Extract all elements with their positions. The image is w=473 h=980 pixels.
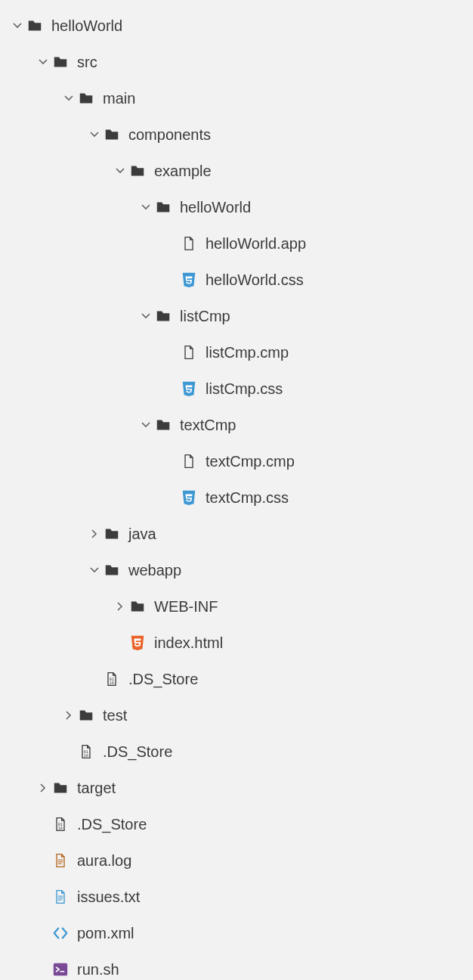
tree-row[interactable]: target (3, 770, 470, 806)
xml-file-icon (51, 924, 70, 942)
tree-item-label: listCmp.cmp (206, 344, 289, 361)
folder-icon (154, 416, 172, 434)
folder-icon (103, 126, 121, 144)
folder-icon (51, 779, 70, 797)
tree-row[interactable]: 0110.DS_Store (3, 806, 470, 842)
tree-item-label: listCmp (180, 308, 230, 325)
tree-item-label: java (128, 526, 156, 543)
tree-item-label: webapp (128, 562, 181, 579)
folder-icon (103, 561, 121, 579)
tree-row[interactable]: textCmp (3, 407, 470, 443)
tree-row[interactable]: textCmp.css (3, 479, 470, 516)
tree-row[interactable]: listCmp.cmp (3, 334, 470, 371)
tree-item-label: src (77, 54, 97, 71)
tree-row[interactable]: pom.xml (3, 915, 470, 951)
chevron-right-icon[interactable] (88, 529, 101, 538)
tree-item-label: .DS_Store (77, 816, 147, 833)
tree-row[interactable]: java (3, 516, 470, 552)
folder-icon (154, 198, 172, 216)
tree-row[interactable]: helloWorld.app (3, 225, 470, 262)
text-file-icon (51, 888, 70, 906)
tree-item-label: textCmp (180, 417, 236, 434)
chevron-down-icon[interactable] (139, 420, 153, 430)
folder-icon (154, 307, 172, 325)
css-file-icon (180, 271, 198, 289)
svg-text:10: 10 (110, 681, 114, 685)
tree-item-label: textCmp.css (206, 489, 289, 507)
html-file-icon (128, 634, 147, 652)
tree-item-label: test (103, 707, 127, 724)
tree-item-label: helloWorld (51, 17, 122, 35)
tree-row[interactable]: 0110.DS_Store (3, 661, 470, 697)
file-icon (180, 234, 198, 253)
tree-row[interactable]: index.html (3, 625, 470, 661)
folder-icon (77, 89, 95, 107)
tree-item-label: textCmp.cmp (206, 453, 295, 470)
tree-row[interactable]: helloWorld (3, 8, 470, 44)
chevron-right-icon[interactable] (62, 711, 76, 720)
tree-row[interactable]: aura.log (3, 842, 470, 879)
chevron-down-icon[interactable] (11, 21, 24, 30)
folder-icon (128, 597, 147, 616)
chevron-down-icon[interactable] (113, 166, 127, 175)
tree-item-label: index.html (154, 634, 223, 652)
tree-row[interactable]: test (3, 697, 470, 733)
tree-row[interactable]: 0110.DS_Store (3, 733, 470, 770)
binary-file-icon: 0110 (51, 815, 70, 833)
folder-icon (26, 17, 44, 35)
tree-item-label: helloWorld (180, 199, 251, 216)
tree-row[interactable]: helloWorld.css (3, 262, 470, 298)
tree-row[interactable]: textCmp.cmp (3, 443, 470, 479)
tree-item-label: WEB-INF (154, 598, 218, 616)
tree-item-label: helloWorld.css (206, 271, 304, 289)
tree-item-label: main (103, 90, 135, 107)
folder-icon (128, 162, 147, 180)
tree-item-label: example (154, 163, 212, 180)
folder-icon (51, 53, 70, 71)
svg-rect-12 (54, 963, 67, 976)
tree-row[interactable]: WEB-INF (3, 588, 470, 625)
tree-row[interactable]: listCmp.css (3, 371, 470, 407)
tree-item-label: components (128, 126, 211, 144)
file-icon (180, 343, 198, 361)
chevron-down-icon[interactable] (88, 566, 101, 575)
svg-text:10: 10 (84, 753, 88, 758)
tree-row[interactable]: helloWorld (3, 189, 470, 225)
tree-row[interactable]: issues.txt (3, 879, 470, 915)
log-file-icon (51, 851, 70, 870)
css-file-icon (180, 380, 198, 398)
tree-item-label: helloWorld.app (206, 235, 306, 253)
shell-file-icon (51, 960, 70, 978)
tree-item-label: pom.xml (77, 925, 134, 942)
chevron-down-icon[interactable] (139, 203, 153, 212)
tree-item-label: target (77, 780, 116, 797)
chevron-down-icon[interactable] (139, 312, 153, 321)
css-file-icon (180, 488, 198, 507)
tree-item-label: run.sh (77, 961, 119, 978)
tree-row[interactable]: components (3, 116, 470, 153)
tree-item-label: issues.txt (77, 889, 140, 906)
tree-row[interactable]: webapp (3, 552, 470, 588)
tree-row[interactable]: example (3, 153, 470, 189)
tree-row[interactable]: main (3, 80, 470, 116)
chevron-right-icon[interactable] (113, 602, 127, 611)
file-icon (180, 452, 198, 470)
folder-icon (77, 706, 95, 724)
folder-icon (103, 525, 121, 543)
binary-file-icon: 0110 (103, 670, 121, 688)
svg-text:10: 10 (58, 826, 63, 830)
binary-file-icon: 0110 (77, 743, 95, 761)
tree-row[interactable]: run.sh (3, 951, 470, 980)
tree-row[interactable]: src (3, 44, 470, 80)
chevron-right-icon[interactable] (36, 783, 50, 792)
chevron-down-icon[interactable] (36, 57, 50, 67)
tree-item-label: .DS_Store (103, 743, 172, 761)
tree-row[interactable]: listCmp (3, 298, 470, 334)
tree-item-label: listCmp.css (206, 380, 283, 398)
tree-item-label: .DS_Store (128, 671, 198, 688)
tree-item-label: aura.log (77, 852, 131, 870)
chevron-down-icon[interactable] (62, 94, 76, 103)
chevron-down-icon[interactable] (88, 130, 101, 139)
